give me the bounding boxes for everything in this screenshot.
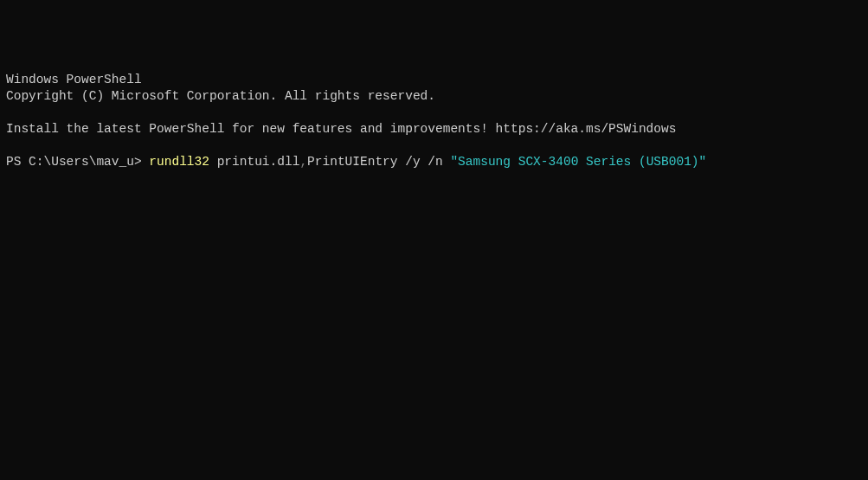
command-args-2: PrintUIEntry /y /n [307, 155, 450, 169]
header-line-1: Windows PowerShell [6, 72, 862, 88]
prompt-line[interactable]: PS C:\Users\mav_u> rundll32 printui.dll,… [6, 154, 862, 170]
command-comma: , [299, 155, 307, 169]
prompt-prefix: PS C:\Users\mav_u> [6, 155, 149, 169]
header-line-2: Copyright (C) Microsoft Corporation. All… [6, 88, 862, 105]
blank-line-1 [6, 105, 862, 121]
terminal-output-area[interactable]: Windows PowerShellCopyright (C) Microsof… [6, 72, 862, 170]
command-executable: rundll32 [149, 155, 209, 169]
command-string-arg: "Samsung SCX-3400 Series (USB001)" [450, 155, 706, 169]
command-args-1: printui.dll [209, 155, 299, 169]
blank-line-2 [6, 138, 862, 154]
install-message: Install the latest PowerShell for new fe… [6, 121, 862, 138]
